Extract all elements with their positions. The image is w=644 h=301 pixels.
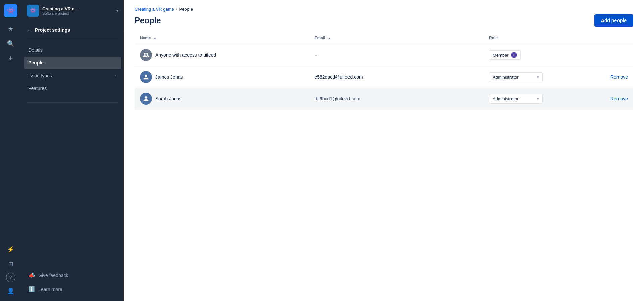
learn-more-button[interactable]: ℹ️ Learn more (24, 283, 121, 296)
project-type: Software project (42, 11, 113, 15)
james-avatar (140, 71, 152, 83)
star-icon[interactable]: ★ (5, 23, 17, 35)
info-icon: ℹ️ (28, 286, 35, 292)
sarah-name: Sarah Jonas (155, 96, 182, 101)
anyone-role: Member i (484, 44, 583, 66)
people-label: People (28, 60, 44, 66)
col-header-name: Name ▲ (135, 32, 309, 44)
sidebar-back-button[interactable]: ← Project settings (21, 22, 124, 36)
sidebar-item-details[interactable]: Details (24, 44, 121, 56)
member-role-label: Member (493, 53, 509, 58)
sidebar-divider-bottom (27, 102, 118, 103)
user-cell-anyone: Anyone with access to uifeed (140, 49, 304, 61)
issue-types-label: Issue types (28, 73, 52, 78)
breadcrumb: Creating a VR game / People (135, 7, 633, 12)
col-header-actions (583, 32, 633, 44)
col-header-role: Role (484, 32, 583, 44)
james-email: e582dacd@uifeed.com (309, 66, 483, 88)
table-row: Sarah Jonas fbf9bcd1@uifeed.com Administ… (135, 88, 633, 110)
table-row: Anyone with access to uifeed -- Member i (135, 44, 633, 66)
app-logo[interactable]: 👾 (4, 4, 17, 17)
table-row: James Jonas e582dacd@uifeed.com Administ… (135, 66, 633, 88)
grid-icon[interactable]: ⊞ (5, 258, 17, 270)
sarah-avatar (140, 93, 152, 105)
user-icon[interactable]: 👤 (5, 285, 17, 297)
col-role-label: Role (489, 36, 498, 40)
sidebar: 👾 Creating a VR g... Software project ▾ … (21, 0, 124, 301)
add-icon[interactable]: + (5, 52, 17, 64)
icon-rail: 👾 ★ 🔍 + ⚡ ⊞ ? 👤 (0, 0, 21, 301)
user-cell-james: James Jonas (140, 71, 304, 83)
sarah-email: fbf9bcd1@uifeed.com (309, 88, 483, 110)
user-name-cell: Sarah Jonas (135, 88, 309, 110)
bolt-icon[interactable]: ⚡ (5, 243, 17, 255)
page-title: People (135, 16, 161, 25)
breadcrumb-project-link[interactable]: Creating a VR game (135, 7, 174, 12)
james-role-chevron-icon: ▾ (537, 75, 539, 79)
give-feedback-label: Give feedback (38, 273, 68, 278)
james-name: James Jonas (155, 74, 183, 80)
name-sort-icon[interactable]: ▲ (153, 36, 157, 40)
user-name-cell: James Jonas (135, 66, 309, 88)
project-info: Creating a VR g... Software project (42, 6, 113, 15)
details-label: Details (28, 47, 43, 53)
help-icon[interactable]: ? (6, 273, 15, 282)
member-role-badge: Member i (489, 50, 521, 60)
email-sort-icon[interactable]: ▲ (328, 36, 331, 40)
anyone-actions (583, 44, 633, 66)
col-email-label: Email (314, 36, 325, 40)
sarah-role-label: Administrator (493, 96, 519, 101)
anyone-name: Anyone with access to uifeed (155, 52, 216, 58)
col-header-email: Email ▲ (309, 32, 483, 44)
sidebar-divider-top (27, 40, 118, 40)
sarah-remove-button[interactable]: Remove (610, 96, 628, 101)
sarah-actions: Remove (583, 88, 633, 110)
page-title-row: People Add people (135, 14, 633, 32)
james-remove-button[interactable]: Remove (610, 74, 628, 80)
col-name-label: Name (140, 36, 151, 40)
issue-types-arrow-icon: → (113, 73, 117, 78)
project-name: Creating a VR g... (42, 6, 99, 11)
table-container: Name ▲ Email ▲ Role (124, 32, 644, 301)
main-content: Creating a VR game / People People Add p… (124, 0, 644, 301)
member-info-icon[interactable]: i (511, 52, 517, 58)
project-settings-label: Project settings (35, 27, 70, 33)
learn-more-label: Learn more (38, 287, 62, 292)
james-role-dropdown[interactable]: Administrator ▾ (489, 72, 543, 82)
sarah-role-chevron-icon: ▾ (537, 97, 539, 101)
user-cell-sarah: Sarah Jonas (140, 93, 304, 105)
search-icon[interactable]: 🔍 (5, 38, 17, 50)
main-header: Creating a VR game / People People Add p… (124, 0, 644, 32)
sarah-role-dropdown[interactable]: Administrator ▾ (489, 94, 543, 104)
project-icon: 👾 (27, 5, 39, 17)
logo-icon: 👾 (7, 7, 15, 15)
james-actions: Remove (583, 66, 633, 88)
give-feedback-button[interactable]: 📣 Give feedback (24, 269, 121, 282)
sidebar-nav: Details People Issue types → Features (21, 44, 124, 94)
add-people-button[interactable]: Add people (594, 14, 633, 27)
james-role: Administrator ▾ (484, 66, 583, 88)
breadcrumb-current: People (179, 7, 193, 12)
sarah-role: Administrator ▾ (484, 88, 583, 110)
feedback-icon: 📣 (28, 272, 35, 278)
user-name-cell: Anyone with access to uifeed (135, 44, 309, 66)
breadcrumb-separator: / (176, 7, 177, 12)
sidebar-item-issue-types[interactable]: Issue types → (24, 70, 121, 82)
anyone-email: -- (309, 44, 483, 66)
james-role-label: Administrator (493, 75, 519, 80)
people-table: Name ▲ Email ▲ Role (135, 32, 633, 110)
back-arrow-icon: ← (27, 27, 32, 33)
sidebar-item-features[interactable]: Features (24, 82, 121, 94)
sidebar-project-header[interactable]: 👾 Creating a VR g... Software project ▾ (21, 0, 124, 22)
project-dropdown-chevron[interactable]: ▾ (116, 8, 118, 13)
group-avatar (140, 49, 152, 61)
table-body: Anyone with access to uifeed -- Member i (135, 44, 633, 110)
sidebar-bottom: 📣 Give feedback ℹ️ Learn more (21, 263, 124, 301)
table-header: Name ▲ Email ▲ Role (135, 32, 633, 44)
sidebar-item-people[interactable]: People (24, 57, 121, 69)
features-label: Features (28, 86, 47, 91)
